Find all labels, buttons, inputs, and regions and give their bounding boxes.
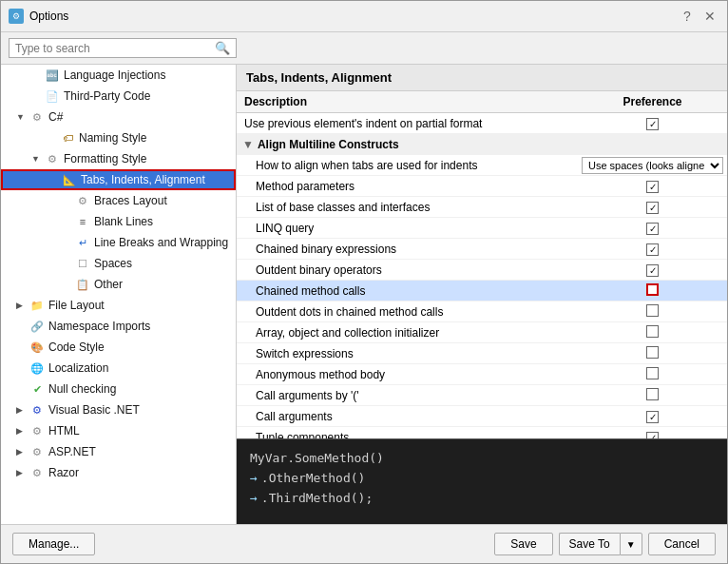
- manage-button[interactable]: Manage...: [12, 533, 95, 555]
- table-row-call-args-paren: Call arguments by '(': [237, 385, 727, 406]
- row-desc-linq-query: LINQ query: [237, 218, 578, 239]
- bottom-bar: Manage... Save Save To ▼ Cancel: [1, 524, 727, 563]
- row-pref-array-object: [578, 322, 727, 343]
- sidebar-item-label-null-checking: Null checking: [48, 382, 116, 396]
- sidebar-item-label-razor: Razor: [48, 466, 79, 479]
- save-to-dropdown-button[interactable]: ▼: [620, 533, 642, 555]
- tree-arrow-aspnet: ▶: [16, 447, 28, 457]
- table-row-call-args: Call arguments: [237, 406, 727, 427]
- close-button[interactable]: ✕: [700, 7, 719, 26]
- sidebar-item-label-tabs-indents-alignment: Tabs, Indents, Alignment: [81, 173, 205, 186]
- table-row-switch-expr: Switch expressions: [237, 343, 727, 364]
- code-arrow-2: →: [250, 491, 258, 505]
- row-pref-outdent-binary: [578, 260, 727, 281]
- cancel-button[interactable]: Cancel: [648, 533, 716, 555]
- right-panel: Tabs, Indents, Alignment Description Pre…: [237, 65, 727, 524]
- tree-arrow-csharp: ▼: [16, 112, 28, 122]
- checkbox-anon-method[interactable]: [646, 367, 659, 379]
- tree-icon-line-breaks-wrapping: ↵: [75, 235, 90, 250]
- row-pref-tuple-components: [578, 427, 727, 439]
- row-desc-array-object: Array, object and collection initializer: [237, 322, 578, 343]
- sidebar-item-label-visual-basic: Visual Basic .NET: [48, 403, 140, 417]
- checkbox-chained-binary[interactable]: [646, 243, 659, 256]
- code-line-0: MyVar.SomeMethod(): [250, 449, 714, 469]
- row-desc-prev-indent: Use previous element's indent on partial…: [237, 113, 578, 134]
- tree-icon-null-checking: ✔: [29, 381, 45, 397]
- checkbox-switch-expr[interactable]: [646, 346, 659, 359]
- checkbox-method-params[interactable]: [646, 181, 659, 193]
- sidebar-item-razor[interactable]: ▶⚙Razor: [1, 462, 236, 483]
- sidebar-item-label-formatting-style: Formatting Style: [64, 152, 146, 165]
- sidebar-item-naming-style[interactable]: 🏷Naming Style: [1, 127, 236, 148]
- tree-arrow-formatting-style: ▼: [31, 154, 43, 164]
- code-preview: MyVar.SomeMethod()→.OtherMethod()→.Third…: [237, 438, 727, 524]
- search-input[interactable]: [15, 42, 215, 55]
- sidebar-item-aspnet[interactable]: ▶⚙ASP.NET: [1, 441, 236, 462]
- tree-icon-razor: ⚙: [29, 465, 45, 480]
- row-pref-prev-indent: [578, 113, 727, 134]
- sidebar-item-line-breaks-wrapping[interactable]: ↵Line Breaks and Wrapping: [1, 232, 236, 253]
- tree-icon-code-style: 🎨: [29, 340, 45, 355]
- sidebar-item-null-checking[interactable]: ✔Null checking: [1, 379, 236, 399]
- panel-table: Description Preference Use previous elem…: [237, 91, 727, 438]
- left-panel: 🔤Language Injections📄Third-Party Code▼⚙C…: [1, 65, 237, 524]
- sidebar-item-language-injections[interactable]: 🔤Language Injections: [1, 65, 236, 86]
- row-pref-call-args: [578, 406, 727, 427]
- sidebar-item-blank-lines[interactable]: ≡Blank Lines: [1, 211, 236, 232]
- row-desc-base-classes: List of base classes and interfaces: [237, 197, 578, 218]
- dropdown-align-tabs[interactable]: Use spaces (looks aligne: [582, 157, 723, 174]
- save-to-button[interactable]: Save To: [559, 533, 620, 555]
- sidebar-item-label-localization: Localization: [48, 361, 108, 375]
- sidebar-item-namespace-imports[interactable]: 🔗Namespace Imports: [1, 316, 236, 337]
- checkbox-tuple-components[interactable]: [646, 432, 659, 439]
- sidebar-item-label-line-breaks-wrapping: Line Breaks and Wrapping: [94, 236, 228, 249]
- sidebar-item-code-style[interactable]: 🎨Code Style: [1, 337, 236, 358]
- checkbox-chained-method[interactable]: [646, 283, 659, 296]
- table-row-linq-query: LINQ query: [237, 218, 727, 239]
- code-line-1: →.OtherMethod(): [250, 469, 714, 489]
- table-row-outdent-dots: Outdent dots in chained method calls: [237, 301, 727, 322]
- col-preference: Preference: [578, 91, 727, 113]
- search-wrap: 🔍: [9, 38, 237, 58]
- save-button[interactable]: Save: [494, 533, 552, 555]
- checkbox-outdent-dots[interactable]: [646, 304, 659, 317]
- checkbox-prev-indent[interactable]: [646, 118, 659, 130]
- sidebar-item-visual-basic[interactable]: ▶⚙Visual Basic .NET: [1, 399, 236, 420]
- sidebar-item-html[interactable]: ▶⚙HTML: [1, 420, 236, 441]
- title-controls: ? ✕: [678, 7, 719, 26]
- tree-icon-namespace-imports: 🔗: [29, 319, 45, 334]
- table-row-outdent-binary: Outdent binary operators: [237, 260, 727, 281]
- row-desc-switch-expr: Switch expressions: [237, 343, 578, 364]
- row-pref-call-args-paren: [578, 385, 727, 406]
- sidebar-item-localization[interactable]: 🌐Localization: [1, 358, 236, 379]
- tree-icon-braces-layout: ⚙: [75, 193, 90, 208]
- title-bar-left: ⚙ Options: [9, 9, 68, 24]
- row-pref-chained-binary: [578, 239, 727, 260]
- sidebar-item-spaces[interactable]: ☐Spaces: [1, 253, 236, 274]
- sidebar-item-csharp[interactable]: ▼⚙C#: [1, 107, 236, 127]
- checkbox-array-object[interactable]: [646, 325, 659, 338]
- sidebar-item-tabs-indents-alignment[interactable]: 📐Tabs, Indents, Alignment: [1, 169, 236, 190]
- checkbox-base-classes[interactable]: [646, 202, 659, 214]
- sidebar-item-file-layout[interactable]: ▶📁File Layout: [1, 295, 236, 316]
- sidebar-item-label-csharp: C#: [48, 110, 63, 124]
- sidebar-item-formatting-style[interactable]: ▼⚙Formatting Style: [1, 148, 236, 169]
- sidebar-item-other[interactable]: 📋Other: [1, 274, 236, 295]
- tree-icon-naming-style: 🏷: [60, 130, 75, 146]
- sidebar-item-label-spaces: Spaces: [94, 257, 132, 270]
- sidebar-item-braces-layout[interactable]: ⚙Braces Layout: [1, 190, 236, 211]
- section-row-align-multiline-section: ▼Align Multiline Constructs: [237, 134, 727, 155]
- table-row-base-classes: List of base classes and interfaces: [237, 197, 727, 218]
- help-button[interactable]: ?: [678, 7, 697, 26]
- row-desc-chained-binary: Chained binary expressions: [237, 239, 578, 260]
- checkbox-linq-query[interactable]: [646, 223, 659, 235]
- checkbox-call-args-paren[interactable]: [646, 388, 659, 400]
- row-desc-align-tabs: How to align when tabs are used for inde…: [237, 155, 578, 176]
- table-row-anon-method: Anonymous method body: [237, 364, 727, 385]
- checkbox-call-args[interactable]: [646, 411, 659, 423]
- sidebar-item-third-party-code[interactable]: 📄Third-Party Code: [1, 86, 236, 107]
- row-desc-outdent-binary: Outdent binary operators: [237, 260, 578, 281]
- tree-icon-html: ⚙: [29, 423, 45, 438]
- checkbox-outdent-binary[interactable]: [646, 264, 659, 277]
- code-arrow-1: →: [250, 471, 258, 485]
